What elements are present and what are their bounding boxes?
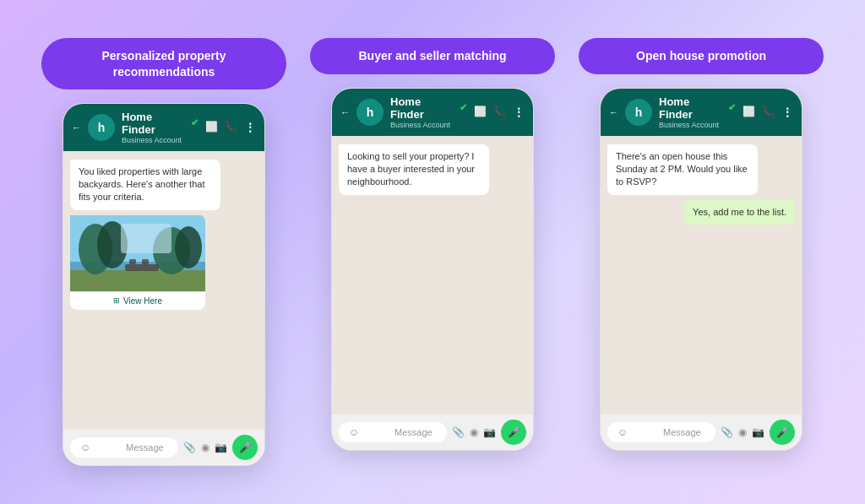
message-input[interactable]: ☺ Message	[607, 422, 715, 442]
more-icon[interactable]: ⋮	[781, 106, 793, 119]
card-3: Open house promotion ← h Home Finder ✔ B…	[579, 38, 824, 450]
sticker-icon[interactable]: ◉	[470, 426, 478, 438]
video-icon[interactable]: ⬜	[205, 121, 218, 134]
chat-area: You liked properties with large backyard…	[63, 151, 264, 430]
input-bar: ☺ Message 📎 ◉ 📷 🎤	[63, 430, 264, 465]
sticker-icon[interactable]: ◉	[738, 426, 747, 438]
avatar: h	[625, 99, 652, 126]
message-input[interactable]: ☺ Message	[70, 437, 178, 458]
mic-button[interactable]: 🎤	[501, 420, 526, 445]
card-2: Buyer and seller matching ← h Home Finde…	[310, 38, 555, 450]
input-bar: ☺ Message 📎 ◉ 📷 🎤	[601, 415, 802, 450]
main-container: Personalized property recommendations ← …	[24, 21, 841, 482]
camera-icon[interactable]: 📷	[752, 426, 764, 438]
back-icon[interactable]: ←	[72, 122, 81, 133]
message-placeholder: Message	[126, 442, 168, 453]
video-icon[interactable]: ⬜	[743, 106, 755, 119]
mic-button[interactable]: 🎤	[770, 420, 795, 445]
svg-rect-2	[70, 270, 205, 291]
contact-name: Home Finder ✔	[122, 111, 199, 136]
contact-subtitle: Business Account	[659, 121, 736, 129]
message-bubble-0: Looking to sell your property? I have a …	[339, 144, 489, 195]
message-placeholder: Message	[394, 427, 437, 437]
svg-rect-9	[129, 259, 136, 264]
wa-header: ← h Home Finder ✔ Business Account ⬜ 📞 ⋮	[63, 104, 264, 151]
more-icon[interactable]: ⋮	[513, 106, 525, 119]
card-1: Personalized property recommendations ← …	[41, 38, 286, 465]
svg-rect-8	[125, 264, 159, 271]
camera-icon[interactable]: 📷	[215, 442, 227, 453]
phone-icon[interactable]: 📞	[762, 106, 775, 119]
avatar: h	[356, 99, 384, 126]
attach-icon[interactable]: 📎	[183, 442, 196, 453]
phone-mockup-2: ← h Home Finder ✔ Business Account ⬜ 📞 ⋮…	[331, 88, 534, 451]
back-icon[interactable]: ←	[609, 107, 618, 117]
contact-name: Home Finder ✔	[659, 95, 736, 121]
svg-rect-10	[142, 259, 149, 264]
svg-rect-7	[121, 224, 171, 253]
mic-button[interactable]: 🎤	[232, 435, 258, 460]
image-bubble: ⊞ View Here	[70, 215, 205, 310]
attach-icon[interactable]: 📎	[721, 426, 733, 438]
pill-label-1: Personalized property recommendations	[41, 38, 286, 89]
sticker-icon[interactable]: ◉	[201, 442, 209, 453]
verified-icon: ✔	[191, 117, 199, 128]
view-here-link[interactable]: ⊞ View Here	[70, 291, 205, 310]
message-bubble-0: You liked properties with large backyard…	[70, 160, 220, 210]
phone-mockup-3: ← h Home Finder ✔ Business Account ⬜ 📞 ⋮…	[600, 88, 802, 451]
mic-icon: 🎤	[239, 442, 252, 453]
contact-info: Home Finder ✔ Business Account	[390, 95, 467, 129]
mic-icon: 🎤	[776, 426, 789, 438]
video-icon[interactable]: ⬜	[474, 106, 487, 119]
emoji-icon[interactable]: ☺	[617, 426, 660, 438]
header-icons: ⬜ 📞 ⋮	[743, 106, 793, 119]
header-icons: ⬜ 📞 ⋮	[474, 106, 525, 119]
more-icon[interactable]: ⋮	[244, 121, 256, 134]
verified-icon: ✔	[460, 102, 467, 113]
contact-name: Home Finder ✔	[390, 95, 467, 121]
input-bar: ☺ Message 📎 ◉ 📷 🎤	[332, 415, 533, 450]
message-bubble-1: Yes, add me to the list.	[684, 200, 795, 225]
message-bubble-0: There's an open house this Sunday at 2 P…	[607, 144, 758, 195]
message-placeholder: Message	[663, 427, 705, 437]
pill-label-2: Buyer and seller matching	[310, 38, 555, 73]
emoji-icon[interactable]: ☺	[80, 442, 122, 453]
header-icons: ⬜ 📞 ⋮	[205, 121, 256, 134]
chat-area: There's an open house this Sunday at 2 P…	[601, 136, 802, 415]
phone-mockup-1: ← h Home Finder ✔ Business Account ⬜ 📞 ⋮…	[63, 103, 265, 466]
contact-info: Home Finder ✔ Business Account	[659, 95, 736, 129]
pill-label-3: Open house promotion	[579, 38, 824, 73]
svg-point-6	[175, 226, 202, 268]
camera-icon[interactable]: 📷	[483, 426, 496, 438]
attach-icon[interactable]: 📎	[452, 426, 465, 438]
phone-icon[interactable]: 📞	[225, 121, 237, 134]
chat-area: Looking to sell your property? I have a …	[332, 136, 533, 415]
contact-subtitle: Business Account	[390, 121, 467, 129]
verified-icon: ✔	[728, 102, 736, 113]
avatar: h	[88, 114, 115, 141]
emoji-icon[interactable]: ☺	[349, 426, 391, 438]
contact-info: Home Finder ✔ Business Account	[122, 111, 199, 144]
message-input[interactable]: ☺ Message	[339, 422, 447, 442]
contact-subtitle: Business Account	[122, 136, 199, 144]
mic-icon: 🎤	[508, 426, 520, 438]
back-icon[interactable]: ←	[340, 107, 350, 117]
wa-header: ← h Home Finder ✔ Business Account ⬜ 📞 ⋮	[601, 89, 802, 136]
phone-icon[interactable]: 📞	[493, 106, 506, 119]
wa-header: ← h Home Finder ✔ Business Account ⬜ 📞 ⋮	[332, 89, 533, 136]
